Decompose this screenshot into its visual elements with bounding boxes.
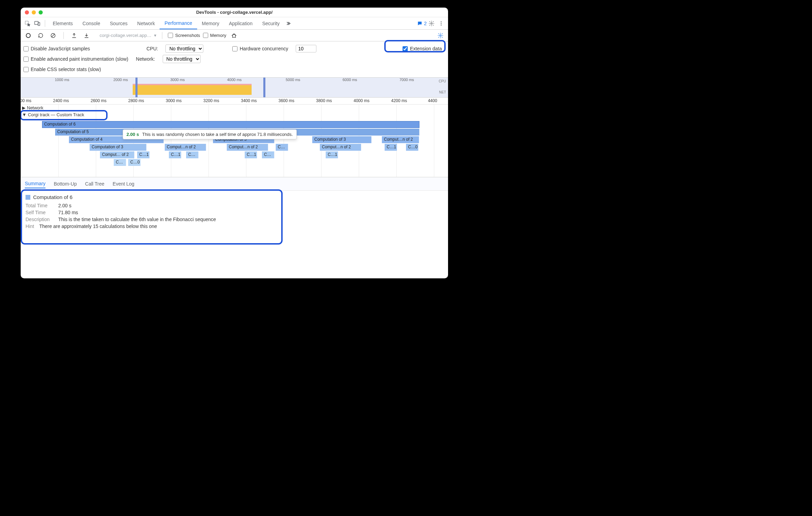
- panel-tabs: Elements Console Sources Network Perform…: [21, 17, 448, 30]
- hardware-concurrency-input[interactable]: [296, 45, 316, 52]
- extension-data-checkbox[interactable]: Extension data: [403, 46, 442, 51]
- flame-event[interactable]: Comput…n of 2: [165, 144, 206, 151]
- svg-point-7: [26, 33, 30, 38]
- flame-event[interactable]: Comput…n of 2: [320, 144, 361, 151]
- titlebar: DevTools - corgi-collage.vercel.app/: [21, 8, 448, 17]
- svg-rect-1: [35, 21, 39, 24]
- advanced-paint-checkbox[interactable]: Enable advanced paint instrumentation (s…: [23, 56, 128, 62]
- flamechart-tooltip: 2.00 s This is was randomly chosen to ta…: [123, 129, 297, 139]
- overview-window-start-handle[interactable]: [135, 78, 138, 97]
- more-tabs-icon[interactable]: [284, 19, 294, 28]
- flame-event[interactable]: Comput…n of 2: [382, 136, 419, 143]
- flame-event[interactable]: C…1: [326, 151, 338, 158]
- close-window-button[interactable]: [25, 10, 29, 14]
- overview-flame: [133, 85, 252, 95]
- overview-side-labels: CPU NET: [439, 79, 446, 95]
- flame-event[interactable]: C…: [262, 151, 274, 158]
- dtab-summary[interactable]: Summary: [25, 179, 45, 188]
- flame-event[interactable]: Computation of 3: [312, 136, 372, 143]
- summary-total-time: 2.00 s: [58, 203, 71, 208]
- svg-point-9: [440, 34, 441, 36]
- gear-icon[interactable]: [427, 19, 436, 28]
- network-label: Network:: [136, 56, 155, 62]
- dtab-bottom-up[interactable]: Bottom-Up: [54, 180, 77, 188]
- overview-tick: 2000 ms: [113, 78, 128, 82]
- devtools-window: DevTools - corgi-collage.vercel.app/ Ele…: [21, 8, 448, 278]
- flame-event[interactable]: C…0: [128, 159, 141, 166]
- maximize-window-button[interactable]: [39, 10, 43, 14]
- disable-js-samples-checkbox[interactable]: Disable JavaScript samples: [23, 46, 90, 51]
- ruler-tick: 2400 ms: [53, 98, 69, 103]
- track-custom-header[interactable]: ▼ Corgi track — Custom Track: [22, 112, 84, 117]
- network-throttle-select[interactable]: No throttling: [163, 55, 201, 63]
- summary-hint: There are approximately 15 calculations …: [39, 224, 157, 229]
- overview-window-end-handle[interactable]: [263, 78, 265, 97]
- hardware-concurrency-checkbox[interactable]: Hardware concurrency: [232, 46, 288, 51]
- summary-description: This is the time taken to calculate the …: [58, 217, 216, 222]
- timeline-overview[interactable]: 1000 ms2000 ms3000 ms4000 ms5000 ms6000 …: [21, 78, 448, 98]
- tab-application[interactable]: Application: [224, 17, 257, 29]
- cpu-throttle-select[interactable]: No throttling: [165, 44, 203, 53]
- upload-icon[interactable]: [69, 31, 79, 40]
- svg-point-4: [441, 21, 442, 22]
- flame-event[interactable]: C…: [186, 151, 199, 158]
- flame-event[interactable]: C…: [276, 144, 288, 151]
- traffic-lights: [25, 10, 43, 14]
- kebab-menu-icon[interactable]: [436, 19, 446, 28]
- ruler-tick: 2200 ms: [21, 98, 31, 103]
- flame-event[interactable]: Computation of 6: [42, 121, 419, 128]
- minimize-window-button[interactable]: [32, 10, 36, 14]
- ruler-tick: 4000 ms: [354, 98, 369, 103]
- svg-point-3: [431, 22, 433, 24]
- summary-color-swatch: [26, 195, 30, 200]
- tab-memory[interactable]: Memory: [197, 17, 224, 29]
- flame-event[interactable]: Comput…n of 2: [227, 144, 268, 151]
- css-selector-stats-checkbox[interactable]: Enable CSS selector stats (slow): [23, 67, 101, 72]
- overview-tick: 5000 ms: [286, 78, 300, 82]
- flame-event[interactable]: C…0: [406, 144, 418, 151]
- reload-record-icon[interactable]: [36, 31, 45, 40]
- ruler-tick: 2600 ms: [91, 98, 106, 103]
- details-tabs: Summary Bottom-Up Call Tree Event Log: [21, 177, 448, 191]
- dtab-event-log[interactable]: Event Log: [113, 180, 134, 188]
- flame-event[interactable]: C…1: [245, 151, 257, 158]
- tab-console[interactable]: Console: [78, 17, 105, 29]
- expand-icon: ▶: [22, 105, 26, 110]
- tab-elements[interactable]: Elements: [48, 17, 78, 29]
- tab-sources[interactable]: Sources: [105, 17, 132, 29]
- flame-event[interactable]: C…1: [169, 151, 181, 158]
- ruler-tick: 3000 ms: [166, 98, 182, 103]
- device-toolbar-icon[interactable]: [32, 19, 42, 28]
- summary-title: Computation of 6: [33, 194, 72, 200]
- flame-event[interactable]: Comput… of 2: [100, 151, 134, 158]
- performance-settings-icon[interactable]: [436, 31, 445, 40]
- svg-point-6: [441, 24, 442, 26]
- download-icon[interactable]: [82, 31, 91, 40]
- record-icon[interactable]: [23, 31, 33, 40]
- screenshots-checkbox[interactable]: Screenshots: [168, 33, 200, 38]
- summary-self-time: 71.80 ms: [58, 210, 78, 215]
- flame-event[interactable]: Computation of 3: [90, 144, 146, 151]
- dtab-call-tree[interactable]: Call Tree: [85, 180, 104, 188]
- memory-checkbox[interactable]: Memory: [203, 33, 226, 38]
- recording-name[interactable]: corgi-collage.vercel.app…: [100, 33, 151, 38]
- collect-garbage-icon[interactable]: [229, 31, 239, 40]
- overview-tick: 3000 ms: [170, 78, 185, 82]
- clear-icon[interactable]: [48, 31, 58, 40]
- track-network-header[interactable]: ▶ Network: [22, 105, 43, 110]
- tooltip-text: This is was randomly chosen to take a se…: [142, 132, 293, 137]
- ruler-tick: 4400: [428, 98, 437, 103]
- capture-settings: Disable JavaScript samples CPU: No throt…: [21, 41, 448, 78]
- flame-event[interactable]: C…: [114, 159, 126, 166]
- tab-performance[interactable]: Performance: [160, 17, 197, 29]
- overview-tick: 7000 ms: [399, 78, 414, 82]
- flame-event[interactable]: C…1: [385, 144, 397, 151]
- messages-indicator[interactable]: 2: [417, 21, 427, 26]
- inspect-element-icon[interactable]: [23, 19, 32, 28]
- recording-name-caret-icon[interactable]: ▾: [154, 33, 156, 38]
- flamechart[interactable]: ▶ Network ▼ Corgi track — Custom Track C…: [21, 105, 448, 177]
- flame-event[interactable]: C…1: [137, 151, 150, 158]
- tab-security[interactable]: Security: [257, 17, 285, 29]
- collapse-icon: ▼: [22, 112, 27, 117]
- tab-network[interactable]: Network: [132, 17, 160, 29]
